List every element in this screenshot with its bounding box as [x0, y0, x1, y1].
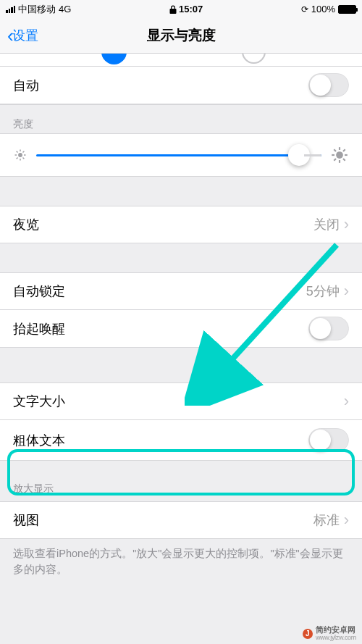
chevron-right-icon: › — [344, 215, 349, 234]
battery-icon — [338, 5, 356, 14]
bold-text-row[interactable]: 粗体文本 — [0, 420, 362, 461]
text-size-label: 文字大小 — [13, 393, 344, 410]
signal-icon — [6, 6, 15, 13]
lock-icon — [169, 5, 177, 14]
night-shift-label: 夜览 — [13, 216, 313, 233]
watermark-logo: J — [303, 629, 313, 639]
view-label: 视图 — [13, 511, 313, 529]
svg-line-7 — [17, 158, 18, 159]
clock-label: 15:07 — [179, 4, 203, 14]
auto-lock-value: 5分钟 — [306, 283, 340, 300]
raise-wake-toggle[interactable] — [308, 317, 349, 340]
svg-point-9 — [336, 151, 343, 159]
watermark-url: www.jylzw.com — [316, 635, 356, 641]
network-label: 4G — [59, 4, 71, 14]
bold-text-toggle[interactable] — [308, 428, 349, 452]
watermark-title: 简约安卓网 — [316, 626, 356, 635]
auto-lock-row[interactable]: 自动锁定 5分钟 › — [0, 272, 362, 310]
nav-bar: ‹ 设置 显示与亮度 — [0, 18, 362, 54]
status-bar: 中国移动 4G 15:07 ⟳ 100% — [0, 0, 362, 18]
svg-line-8 — [23, 151, 25, 153]
battery-label: 100% — [311, 4, 335, 14]
chevron-right-icon: › — [344, 392, 349, 411]
view-value: 标准 — [313, 511, 340, 529]
svg-line-17 — [343, 149, 345, 151]
svg-line-6 — [23, 158, 25, 159]
auto-label: 自动 — [13, 77, 308, 94]
appearance-row-partial — [0, 54, 362, 67]
appearance-dark-radio[interactable] — [242, 54, 266, 64]
auto-toggle[interactable] — [308, 73, 349, 97]
chevron-right-icon: › — [344, 282, 349, 301]
brightness-slider[interactable] — [36, 154, 321, 156]
page-title: 显示与亮度 — [0, 26, 362, 45]
slider-thumb[interactable] — [288, 144, 310, 166]
watermark: J 简约安卓网 www.jylzw.com — [303, 626, 356, 641]
raise-wake-label: 抬起唤醒 — [13, 320, 308, 338]
appearance-light-radio[interactable] — [101, 54, 127, 64]
night-shift-value: 关闭 — [313, 216, 340, 233]
text-size-row[interactable]: 文字大小 › — [0, 382, 362, 420]
rotation-lock-icon: ⟳ — [301, 4, 308, 14]
night-shift-row[interactable]: 夜览 关闭 › — [0, 206, 362, 243]
bold-text-label: 粗体文本 — [13, 432, 308, 449]
svg-line-14 — [334, 149, 336, 151]
back-button[interactable]: ‹ 设置 — [7, 26, 38, 45]
sun-large-icon — [330, 146, 349, 164]
zoom-header: 放大显示 — [0, 461, 362, 501]
raise-wake-row[interactable]: 抬起唤醒 — [0, 310, 362, 348]
svg-point-0 — [18, 153, 22, 157]
sun-small-icon — [13, 148, 28, 162]
brightness-slider-row — [0, 133, 362, 177]
zoom-footer: 选取查看iPhone的方式。"放大"会显示更大的控制项。"标准"会显示更多的内容… — [0, 539, 362, 600]
auto-row[interactable]: 自动 — [0, 67, 362, 104]
svg-line-16 — [334, 159, 336, 161]
svg-line-15 — [343, 159, 345, 161]
svg-line-5 — [17, 151, 18, 153]
brightness-header: 亮度 — [0, 104, 362, 133]
auto-lock-label: 自动锁定 — [13, 283, 306, 300]
view-row[interactable]: 视图 标准 › — [0, 501, 362, 539]
chevron-right-icon: › — [344, 511, 349, 530]
back-label: 设置 — [12, 27, 38, 44]
carrier-label: 中国移动 — [18, 3, 56, 16]
